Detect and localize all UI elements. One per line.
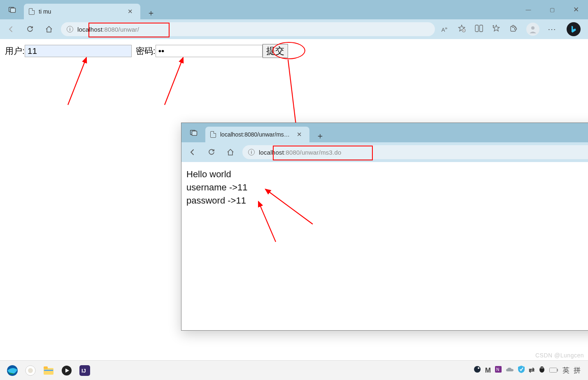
browser-toolbar: i localhost:8080/unwar/ A» + ⋯ [0, 19, 588, 39]
split-screen-icon[interactable] [474, 25, 483, 34]
svg-rect-4 [475, 25, 479, 32]
svg-point-34 [541, 367, 542, 368]
browser-tab-active[interactable]: ti mu ✕ [24, 4, 140, 19]
tab-title-2: localhost:8080/unwar/ms3.do [220, 131, 290, 138]
submit-button[interactable]: 提交 [263, 44, 288, 58]
address-bar[interactable]: i localhost:8080/unwar/ [61, 22, 435, 36]
output-line-1: Hello world [186, 168, 588, 181]
site-info-icon[interactable]: i [67, 26, 73, 32]
svg-rect-23 [44, 366, 48, 369]
close-window-button[interactable]: ✕ [564, 0, 588, 19]
page-content-2: Hello world username ->11 password ->11 [181, 162, 588, 213]
user-input[interactable] [25, 45, 132, 57]
favorite-icon[interactable]: + [457, 24, 466, 35]
home-button[interactable] [42, 22, 56, 36]
svg-text:IJ: IJ [81, 368, 86, 374]
svg-point-11 [531, 26, 535, 30]
bing-chat-button[interactable] [567, 22, 581, 36]
svg-text:+: + [463, 29, 465, 32]
url-text-2: localhost:8080/unwar/ms3.do [259, 149, 342, 156]
tray-qq-icon[interactable] [539, 366, 545, 375]
tab-bar: ti mu ✕ ＋ — ▢ ✕ [0, 0, 588, 19]
svg-point-10 [512, 25, 514, 27]
svg-point-29 [478, 367, 479, 369]
login-form: 用户: 密码: 提交 [0, 39, 588, 63]
refresh-button-2[interactable] [205, 145, 218, 159]
svg-text:N: N [496, 367, 499, 372]
tray-onedrive-icon[interactable] [506, 366, 514, 375]
close-tab-button[interactable]: ✕ [125, 7, 135, 16]
refresh-button[interactable] [23, 22, 37, 36]
more-menu-button[interactable]: ⋯ [548, 24, 557, 34]
new-tab-button-2[interactable]: ＋ [314, 129, 327, 142]
home-button-2[interactable] [223, 145, 237, 159]
user-label: 用户: [5, 45, 25, 57]
collections-icon[interactable] [492, 24, 501, 35]
taskbar-edge-icon[interactable] [3, 362, 21, 379]
read-aloud-icon[interactable]: A» [440, 25, 449, 33]
svg-rect-16 [192, 131, 197, 135]
svg-rect-24 [44, 370, 53, 371]
svg-rect-22 [44, 368, 53, 375]
close-tab-button-2[interactable]: ✕ [294, 130, 304, 139]
watermark-text: CSDN @Lungcen [535, 352, 584, 359]
tab-title: ti mu [39, 8, 121, 15]
taskbar-media-icon[interactable] [58, 362, 76, 379]
svg-point-28 [474, 366, 481, 373]
output-line-2: username ->11 [186, 181, 588, 194]
tab-bar-2: localhost:8080/unwar/ms3.do ✕ ＋ [181, 123, 588, 142]
svg-rect-5 [480, 25, 483, 32]
svg-point-9 [515, 28, 517, 30]
svg-point-35 [542, 367, 543, 368]
output-line-3: password ->11 [186, 194, 588, 207]
extensions-icon[interactable] [509, 24, 518, 35]
back-button[interactable] [4, 22, 18, 36]
tray-network-icon[interactable]: ⇄ [529, 366, 535, 375]
window-controls: — ▢ ✕ [516, 0, 588, 19]
minimize-button[interactable]: — [516, 0, 540, 19]
svg-rect-1 [11, 8, 16, 12]
page-icon [210, 131, 216, 138]
tray-onenote-icon[interactable]: N [495, 366, 502, 375]
password-label: 密码: [136, 45, 156, 57]
password-input[interactable] [156, 45, 263, 57]
taskbar-intellij-icon[interactable]: IJ [76, 362, 94, 379]
maximize-button[interactable]: ▢ [540, 0, 564, 19]
svg-rect-37 [557, 369, 558, 371]
ime-lang[interactable]: 英 [562, 366, 569, 375]
taskbar-app-icon-1[interactable] [21, 362, 40, 379]
url-text: localhost:8080/unwar/ [77, 26, 139, 33]
tray-icon-m[interactable]: M [485, 366, 491, 375]
site-info-icon-2[interactable]: i [248, 149, 255, 155]
back-button-2[interactable] [186, 145, 200, 159]
browser-toolbar-2: i localhost:8080/unwar/ms3.do [181, 142, 588, 162]
windows-taskbar: IJ M N ⇄ 英 拼 [0, 360, 588, 380]
profile-avatar[interactable] [526, 23, 539, 36]
tray-defender-icon[interactable] [518, 366, 525, 375]
tab-overview-button-2[interactable] [185, 123, 203, 142]
tray-battery-icon[interactable] [549, 366, 558, 375]
tray-steam-icon[interactable] [474, 366, 481, 375]
browser-window-2: localhost:8080/unwar/ms3.do ✕ ＋ i localh… [181, 123, 588, 331]
new-tab-button[interactable]: ＋ [144, 6, 158, 19]
browser-tab-active-2[interactable]: localhost:8080/unwar/ms3.do ✕ [205, 127, 309, 142]
taskbar-explorer-icon[interactable] [40, 362, 58, 379]
toolbar-right-icons: A» + ⋯ [440, 22, 584, 36]
system-tray: M N ⇄ 英 拼 [474, 366, 585, 375]
address-bar-2[interactable]: i localhost:8080/unwar/ms3.do [242, 145, 588, 159]
ime-mode[interactable]: 拼 [574, 366, 581, 375]
svg-point-21 [28, 368, 33, 373]
page-icon [29, 8, 35, 15]
tab-overview-button[interactable] [3, 0, 21, 19]
svg-rect-36 [550, 368, 557, 372]
